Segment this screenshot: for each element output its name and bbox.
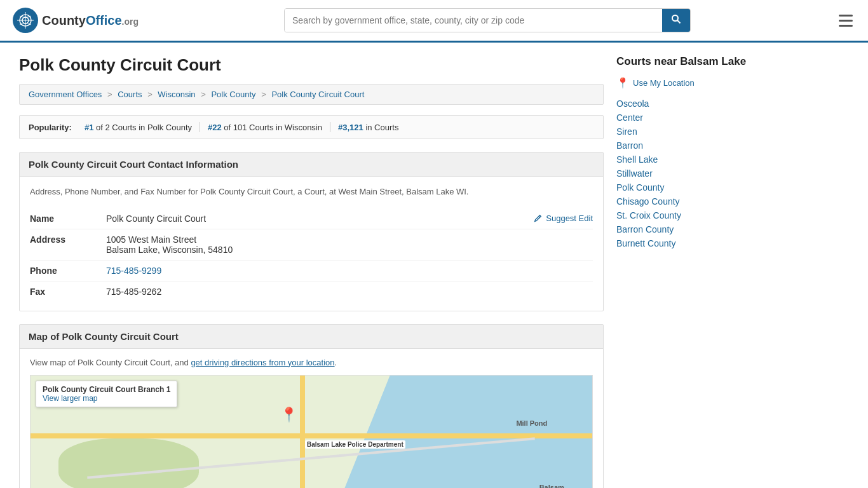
search-box (284, 8, 691, 32)
fax-value: 715-485-9262 (106, 287, 593, 297)
content-area: Polk County Circuit Court Government Off… (19, 55, 604, 488)
list-item: Polk County (616, 180, 756, 194)
map-pin: 📍 (280, 407, 297, 423)
address-line2: Balsam Lake, Wisconsin, 54810 (106, 245, 593, 255)
popularity-item-1: #1 of 2 Courts in Polk County (77, 123, 200, 132)
list-item: Osceola (616, 97, 756, 111)
address-row: Address 1005 West Main Street Balsam Lak… (30, 229, 593, 261)
use-my-location-label: Use My Location (633, 78, 695, 88)
map-green-area (58, 438, 199, 488)
fax-label: Fax (30, 287, 106, 297)
breadcrumb-polk-county[interactable]: Polk County (211, 90, 255, 99)
name-row: Name Polk County Circuit Court Suggest E… (30, 208, 593, 229)
use-my-location-button[interactable]: 📍 Use My Location (616, 77, 756, 89)
popularity-item-3: #3,121 in Courts (330, 123, 406, 132)
fax-row: Fax 715-485-9262 (30, 281, 593, 302)
sidebar-title: Courts near Balsam Lake (616, 55, 756, 68)
search-button[interactable] (662, 9, 690, 32)
list-item: Chisago County (616, 194, 756, 208)
list-item: Barron County (616, 222, 756, 236)
hamburger-menu-icon[interactable] (836, 12, 855, 29)
logo-icon (13, 8, 38, 33)
map-label-lake: Mill Pond (516, 419, 547, 427)
address-value: 1005 West Main Street Balsam Lake, Wisco… (106, 234, 593, 255)
nearby-court-polk-county[interactable]: Polk County (616, 182, 664, 193)
driving-directions-link[interactable]: get driving directions from your locatio… (191, 358, 334, 367)
nearby-court-barron-county[interactable]: Barron County (616, 224, 674, 234)
logo: CountyOffice.org (13, 8, 139, 33)
name-value: Polk County Circuit Court (106, 214, 533, 224)
breadcrumb: Government Offices > Courts > Wisconsin … (19, 84, 604, 105)
map-section: Map of Polk County Circuit Court View ma… (19, 324, 604, 489)
page-title: Polk County Circuit Court (19, 55, 604, 75)
logo-text: CountyOffice.org (42, 13, 139, 28)
phone-value: 715-485-9299 (106, 266, 593, 276)
main-container: Polk County Circuit Court Government Off… (0, 43, 868, 488)
search-input[interactable] (285, 9, 662, 32)
map-section-body: View map of Polk County Circuit Court, a… (20, 349, 603, 489)
svg-point-5 (672, 15, 678, 21)
contact-section-header: Polk County Circuit Court Contact Inform… (20, 152, 603, 177)
header: CountyOffice.org (0, 0, 868, 43)
map-container[interactable]: 📍 Balsam Lake Police Department Mill Pon… (30, 375, 593, 489)
breadcrumb-courts[interactable]: Courts (118, 90, 142, 99)
map-road-vertical (300, 376, 305, 489)
breadcrumb-sep-2: > (147, 90, 153, 99)
name-label: Name (30, 214, 106, 224)
nearby-court-st-croix-county[interactable]: St. Croix County (616, 210, 681, 220)
address-line1: 1005 West Main Street (106, 234, 593, 245)
info-table: Name Polk County Circuit Court Suggest E… (30, 208, 593, 302)
popularity-label: Popularity: (29, 123, 72, 132)
list-item: Stillwater (616, 166, 756, 180)
contact-description: Address, Phone Number, and Fax Number fo… (30, 186, 593, 198)
address-label: Address (30, 234, 106, 245)
suggest-edit-label: Suggest Edit (546, 214, 593, 223)
list-item: Shell Lake (616, 152, 756, 166)
nearby-courts-list: Osceola Center Siren Barron Shell Lake S… (616, 97, 756, 250)
breadcrumb-current[interactable]: Polk County Circuit Court (271, 90, 364, 99)
nearby-court-barron[interactable]: Barron (616, 140, 643, 151)
map-label-police: Balsam Lake Police Department (305, 440, 405, 449)
popularity-bar: Popularity: #1 of 2 Courts in Polk Count… (19, 115, 604, 139)
suggest-edit-button[interactable]: Suggest Edit (533, 214, 593, 223)
phone-link[interactable]: 715-485-9299 (106, 266, 161, 276)
nearby-court-stillwater[interactable]: Stillwater (616, 168, 653, 179)
breadcrumb-sep-3: > (201, 90, 206, 99)
breadcrumb-sep-4: > (261, 90, 266, 99)
search-area (284, 8, 691, 32)
breadcrumb-government-offices[interactable]: Government Offices (29, 90, 102, 99)
sidebar: Courts near Balsam Lake 📍 Use My Locatio… (616, 55, 756, 488)
contact-section-body: Address, Phone Number, and Fax Number fo… (20, 177, 603, 311)
map-description: View map of Polk County Circuit Court, a… (30, 358, 593, 367)
map-water (339, 376, 592, 489)
breadcrumb-sep-1: > (107, 90, 112, 99)
popularity-item-2: #22 of 101 Courts in Wisconsin (200, 123, 330, 132)
breadcrumb-wisconsin[interactable]: Wisconsin (158, 90, 195, 99)
nearby-court-burnett-county[interactable]: Burnett County (616, 238, 675, 248)
map-view-larger-link[interactable]: View larger map (43, 394, 97, 403)
list-item: St. Croix County (616, 208, 756, 222)
nearby-court-center[interactable]: Center (616, 112, 643, 123)
list-item: Center (616, 111, 756, 125)
nearby-court-siren[interactable]: Siren (616, 126, 637, 137)
nearby-court-chisago-county[interactable]: Chisago County (616, 196, 680, 207)
map-overlay: Polk County Circuit Court Branch 1 View … (36, 381, 177, 407)
list-item: Siren (616, 125, 756, 139)
svg-line-6 (677, 20, 681, 24)
map-road-horizontal (31, 433, 592, 438)
list-item: Burnett County (616, 236, 756, 250)
contact-section: Polk County Circuit Court Contact Inform… (19, 152, 604, 311)
phone-row: Phone 715-485-9299 (30, 261, 593, 281)
nearby-court-shell-lake[interactable]: Shell Lake (616, 154, 658, 165)
list-item: Barron (616, 139, 756, 152)
map-overlay-title: Polk County Circuit Court Branch 1 (43, 385, 170, 394)
phone-label: Phone (30, 266, 106, 276)
nearby-court-osceola[interactable]: Osceola (616, 98, 649, 109)
map-section-header: Map of Polk County Circuit Court (20, 325, 603, 349)
map-label-balsam: Balsam (539, 484, 564, 488)
location-icon: 📍 (616, 77, 629, 89)
